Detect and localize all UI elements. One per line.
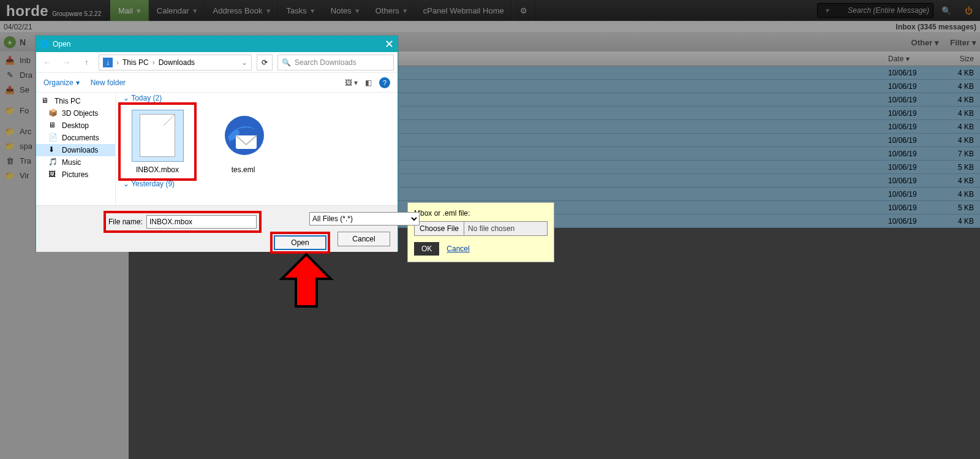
chevron-down-icon: ▾ [935,38,939,47]
chevron-down-icon: ▾ [193,6,197,15]
gear-icon: ⚙ [520,6,527,15]
tree-downloads[interactable]: ⬇Downloads [36,144,115,156]
nav-notes[interactable]: Notes▾ [323,0,368,21]
msg-size: 4 KB [937,136,980,145]
view-icon[interactable]: 🖼 ▾ [345,78,358,87]
search-placeholder: Search (Entire Message) [848,6,929,15]
folder-icon: 📦 [48,108,58,118]
chevron-down-icon: ▾ [906,55,910,63]
annotation-arrow [279,251,334,313]
file-name: INBOX.mbox [136,165,179,174]
msg-size: 4 KB [937,217,980,226]
folder-tree: 🖥This PC 📦3D Objects 🖥Desktop 📄Documents… [36,93,116,205]
logout-button[interactable]: ⏻ [959,1,978,20]
nav-settings[interactable]: ⚙ [512,0,535,21]
logo: horde Groupware 5.2.22 [0,0,110,21]
group-yesterday[interactable]: ⌄ Yesterday (9) [123,180,390,188]
folder-icon: 📁 [5,141,15,151]
nav-others[interactable]: Others▾ [368,0,415,21]
choose-file-button[interactable]: Choose File [415,222,464,235]
refresh-button[interactable]: ⟳ [257,55,273,70]
folder-icon: 📁 [5,126,15,136]
filename-input[interactable] [146,215,257,229]
file-tes-eml[interactable]: tes.eml [206,105,280,178]
chevron-down-icon: ▾ [311,6,315,15]
msg-size: 7 KB [937,150,980,158]
chevron-down-icon: ▾ [76,78,80,87]
drafts-icon: ✎ [5,70,15,80]
search-button[interactable]: 🔍 [937,1,956,20]
search-folder[interactable]: 🔍 Search Downloads [277,55,394,70]
chevron-down-icon: ▾ [266,6,271,15]
tree-thispc[interactable]: 🖥This PC [36,95,115,107]
close-icon[interactable]: ✕ [385,39,394,50]
dialog-footer: File name: All Files (*.*) Open Cancel [36,205,398,252]
back-button[interactable]: ← [40,58,55,67]
breadcrumb[interactable]: ↓ › This PC › Downloads ⌄ [99,55,252,70]
newfolder-button[interactable]: New folder [91,78,126,87]
file-name: tes.eml [232,165,255,174]
msg-date: 10/06/19 [888,190,937,199]
global-search[interactable]: ▾ Search (Entire Message) [817,3,933,18]
path-bar: ← → ↑ ↓ › This PC › Downloads ⌄ ⟳ 🔍 Sear… [36,52,398,73]
status-date: 04/02/21 [4,23,32,31]
filter-dropdown[interactable]: Filter▾ [950,38,976,47]
bc-downloads[interactable]: Downloads [159,58,195,67]
inbox-count: Inbox (3345 messages) [896,23,976,31]
help-icon[interactable]: ? [379,77,390,88]
nav-mail[interactable]: Mail▾ [110,0,149,21]
tree-music[interactable]: 🎵Music [36,156,115,169]
logout-icon: ⏻ [965,6,973,15]
nav-calendar[interactable]: Calendar▾ [149,0,205,21]
nav-addressbook[interactable]: Address Book▾ [205,0,279,21]
file-inbox-mbox[interactable]: INBOX.mbox [121,105,194,178]
preview-icon[interactable]: ◧ [365,78,372,87]
up-button[interactable]: ↑ [79,58,94,67]
pc-icon: 🖥 [41,96,51,106]
msg-size: 4 KB [937,123,980,131]
other-dropdown[interactable]: Other▾ [911,38,940,47]
ok-button[interactable]: OK [414,242,439,256]
app-icon: 🌐 [40,40,49,48]
msg-date: 10/06/19 [888,69,937,77]
file-open-dialog: 🌐 Open ✕ ← → ↑ ↓ › This PC › Downloads ⌄… [36,36,398,251]
nav-tasks[interactable]: Tasks▾ [279,0,323,21]
cancel-link[interactable]: Cancel [447,245,469,253]
msg-date: 10/06/19 [888,136,937,145]
cancel-button[interactable]: Cancel [337,232,390,246]
msg-date: 10/06/19 [888,123,937,131]
organize-menu[interactable]: Organize ▾ [43,78,80,87]
tree-desktop[interactable]: 🖥Desktop [36,119,115,132]
dialog-titlebar[interactable]: 🌐 Open ✕ [36,36,398,52]
tree-pictures[interactable]: 🖼Pictures [36,169,115,181]
folder-icon: 📁 [5,170,15,180]
trash-icon: 🗑 [5,156,15,165]
version: Groupware 5.2.22 [52,10,101,20]
import-popup: Mbox or .eml file: Choose File No file c… [407,202,554,262]
msg-date: 10/06/19 [888,82,937,91]
search-folder-ph: Search Downloads [295,58,356,67]
open-highlight: Open [270,232,330,254]
tree-3d[interactable]: 📦3D Objects [36,107,115,119]
msg-size: 4 KB [937,82,980,91]
filetype-select[interactable]: All Files (*.*) [309,212,420,226]
new-button[interactable]: + [4,36,16,48]
brand: horde [6,2,48,20]
col-date[interactable]: Date▾ [888,55,937,63]
filename-highlight: File name: [104,211,262,233]
chevron-down-icon: ▾ [825,6,829,15]
chevron-down-icon[interactable]: ⌄ [241,58,247,67]
bc-thispc[interactable]: This PC [123,58,149,67]
col-size[interactable]: Size [937,55,980,63]
nav-cpanel[interactable]: cPanel Webmail Home [415,0,512,21]
msg-date: 10/06/19 [888,203,937,212]
sent-icon: 📤 [5,85,15,94]
dialog-toolbar: Organize ▾ New folder 🖼 ▾ ◧ ? [36,73,398,93]
msg-date: 10/06/19 [888,163,937,172]
pictures-icon: 🖼 [48,170,58,180]
forward-button[interactable]: → [59,58,74,67]
open-button[interactable]: Open [274,235,326,250]
file-input-wrap[interactable]: Choose File No file chosen [414,221,548,236]
tree-documents[interactable]: 📄Documents [36,132,115,144]
group-today[interactable]: ⌄ Today (2) [123,94,390,102]
